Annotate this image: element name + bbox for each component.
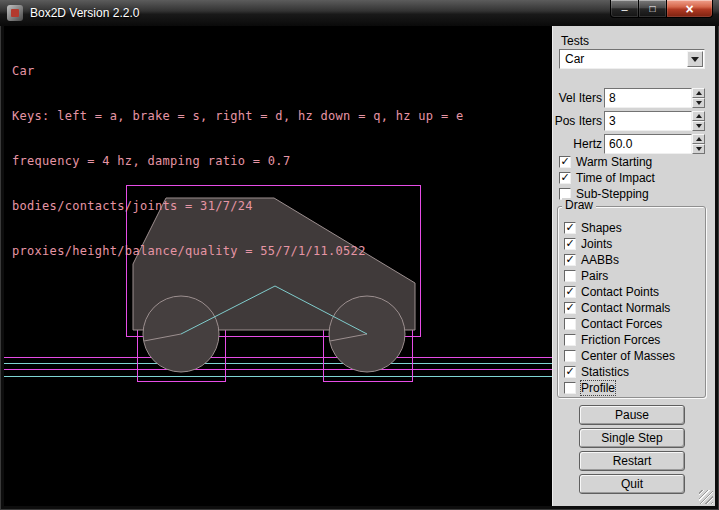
resize-grip[interactable] [699,490,713,504]
checkbox-box[interactable]: ✓ [564,254,576,266]
checkbox-profile[interactable]: Profile [564,381,709,396]
minimize-icon: – [621,3,627,15]
vel-iters-spin-up-button[interactable] [692,88,705,98]
test-select-dropdown-button[interactable] [687,51,703,67]
vel-iters-spin-down-button[interactable] [692,98,705,108]
checkbox-box[interactable]: ✓ [564,238,576,250]
pos-iters-spin-buttons [692,111,705,131]
checkbox-box[interactable] [564,270,576,282]
checkbox-label: Shapes [581,221,622,235]
checkbox-box[interactable]: ✓ [564,222,576,234]
checkbox-statistics[interactable]: ✓ Statistics [564,365,709,380]
checkbox-warm-starting[interactable]: ✓ Warm Starting [559,155,704,170]
arrow-down-icon [696,101,702,105]
vel-iters-spin-buttons [692,88,705,108]
pos-iters-spin-up-button[interactable] [692,111,705,121]
vel-iters-input[interactable]: 8 [604,88,692,108]
checkbox-label: Profile [581,381,615,395]
checkbox-label: Contact Points [581,285,659,299]
checkbox-shapes[interactable]: ✓ Shapes [564,221,709,236]
hertz-input[interactable]: 60.0 [604,134,692,154]
pos-iters-spin-down-button[interactable] [692,121,705,131]
window-controls: – □ × [610,0,713,18]
checkbox-label: Statistics [581,365,629,379]
hertz-label: Hertz [573,137,602,151]
test-select[interactable]: Car [559,49,705,69]
checkbox-pairs[interactable]: Pairs [564,269,709,284]
frequency-text: frequency = 4 hz, damping ratio = 0.7 [12,154,463,169]
window-title: Box2D Version 2.2.0 [30,6,139,20]
vel-iters-label: Vel Iters [559,91,602,105]
tests-label: Tests [561,34,589,48]
control-panel: Tests Car Vel Iters 8 Pos Iters 3 H [552,26,715,506]
pos-iters-label: Pos Iters [555,114,602,128]
checkbox-box[interactable]: ✓ [559,156,571,168]
checkbox-label: Joints [581,237,612,251]
checkbox-center-of-masses[interactable]: Center of Masses [564,349,709,364]
maximize-button[interactable]: □ [639,0,667,18]
debug-text: Car Keys: left = a, brake = s, right = d… [12,34,463,289]
titlebar[interactable]: Box2D Version 2.2.0 – □ × [0,0,719,26]
checkbox-friction-forces[interactable]: Friction Forces [564,333,709,348]
checkbox-label: Contact Normals [581,301,670,315]
checkbox-box[interactable]: ✓ [564,286,576,298]
proxies-stats-text: proxies/height/balance/quality = 55/7/1/… [12,244,463,259]
checkbox-contact-forces[interactable]: Contact Forces [564,317,709,332]
app-icon [7,5,23,21]
checkbox-box[interactable] [564,382,576,394]
hertz-spin-down-button[interactable] [692,144,705,154]
minimize-button[interactable]: – [610,0,639,18]
hertz-spin-up-button[interactable] [692,134,705,144]
checkbox-label: Warm Starting [576,155,652,169]
close-button[interactable]: × [667,0,713,18]
arrow-up-icon [696,114,702,118]
draw-group-label: Draw [562,198,596,212]
checkbox-aabbs[interactable]: ✓ AABBs [564,253,709,268]
checkbox-label: Friction Forces [581,333,660,347]
draw-group: ✓ Shapes ✓ Joints ✓ AABBs Pairs ✓ Contac… [557,206,706,398]
checkbox-label: Center of Masses [581,349,675,363]
hertz-spin-buttons [692,134,705,154]
pause-button[interactable]: Pause [579,405,685,425]
quit-button[interactable]: Quit [579,474,685,494]
checkbox-box[interactable]: ✓ [564,366,576,378]
checkbox-contact-normals[interactable]: ✓ Contact Normals [564,301,709,316]
maximize-icon: □ [649,3,655,14]
restart-button[interactable]: Restart [579,451,685,471]
arrow-down-icon [696,124,702,128]
checkbox-box[interactable]: ✓ [559,172,571,184]
checkbox-box[interactable]: ✓ [564,302,576,314]
chevron-down-icon [691,57,699,62]
arrow-up-icon [696,91,702,95]
simulation-canvas[interactable]: Car Keys: left = a, brake = s, right = d… [4,26,552,506]
checkbox-box[interactable] [564,334,576,346]
arrow-down-icon [696,147,702,151]
single-step-button[interactable]: Single Step [579,428,685,448]
pos-iters-spinner: Pos Iters 3 [553,111,716,131]
app-window: Box2D Version 2.2.0 – □ × [0,0,719,510]
checkbox-label: Contact Forces [581,317,662,331]
checkbox-time-of-impact[interactable]: ✓ Time of Impact [559,171,704,186]
hertz-spinner: Hertz 60.0 [553,134,716,154]
close-icon: × [685,1,693,17]
checkbox-box[interactable] [564,350,576,362]
keys-help-text: Keys: left = a, brake = s, right = d, hz… [12,109,463,124]
checkbox-box[interactable] [564,318,576,330]
vel-iters-spinner: Vel Iters 8 [553,88,716,108]
pos-iters-input[interactable]: 3 [604,111,692,131]
test-select-value: Car [565,52,584,66]
arrow-up-icon [696,137,702,141]
test-title-text: Car [12,64,463,79]
checkbox-label: AABBs [581,253,619,267]
checkbox-label: Pairs [581,269,608,283]
checkbox-contact-points[interactable]: ✓ Contact Points [564,285,709,300]
bodies-stats-text: bodies/contacts/joints = 31/7/24 [12,199,463,214]
checkbox-label: Time of Impact [576,171,655,185]
checkbox-joints[interactable]: ✓ Joints [564,237,709,252]
